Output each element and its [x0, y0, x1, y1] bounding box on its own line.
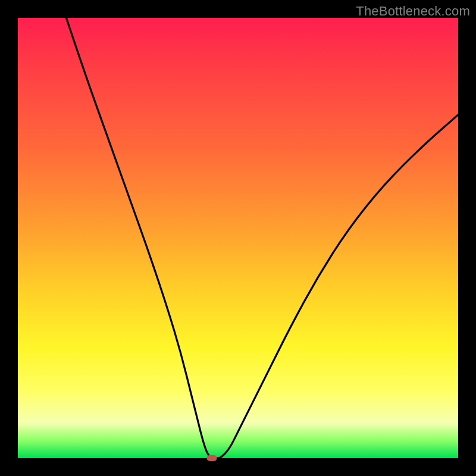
min-marker	[206, 455, 217, 461]
bottleneck-curve	[18, 18, 458, 458]
watermark-text: TheBottleneck.com	[356, 4, 470, 19]
chart-frame: TheBottleneck.com	[0, 0, 476, 476]
plot-area	[18, 18, 458, 458]
